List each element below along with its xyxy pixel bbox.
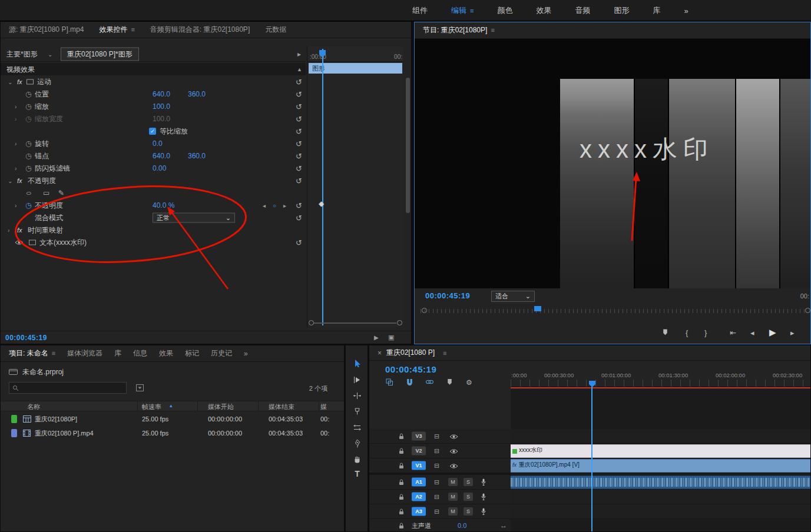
zoom-handle-right[interactable]	[805, 308, 810, 313]
stopwatch-icon-active[interactable]: ◷	[25, 201, 31, 210]
column-partial[interactable]: 媒	[320, 403, 327, 411]
program-playhead[interactable]	[534, 306, 541, 311]
reset-icon[interactable]: ↺	[296, 89, 302, 98]
sync-lock-icon[interactable]: ⊟	[434, 462, 439, 470]
twirl-closed-icon[interactable]: ›	[8, 227, 9, 233]
tab-media-browser[interactable]: 媒体浏览器	[67, 348, 102, 358]
step-back-icon[interactable]: ◂	[750, 328, 754, 337]
next-keyframe-icon[interactable]: ▸	[283, 202, 286, 208]
position-x-value[interactable]: 640.0	[153, 90, 170, 98]
mark-in-icon[interactable]: {	[686, 328, 688, 337]
tab-info[interactable]: 信息	[133, 348, 147, 358]
sync-lock-icon[interactable]: ⊟	[434, 478, 439, 486]
clip-selector[interactable]: 重庆02[1080 P]*图形	[61, 47, 139, 61]
tab-effect-controls[interactable]: 效果控件≡	[99, 25, 134, 35]
selection-tool[interactable]	[352, 358, 362, 368]
close-tab-icon[interactable]: ×	[378, 349, 382, 357]
timeline-ruler[interactable]: :00:00 00:00:30:00 00:01:00:00 00:01:30:…	[511, 372, 810, 388]
slip-tool[interactable]	[352, 423, 362, 433]
workspace-overflow-button[interactable]: »	[684, 6, 688, 15]
workspace-tab-edit[interactable]: 编辑≡	[451, 5, 474, 16]
keyframe-timeline-area[interactable]: :00:00 00: 图形 ◆	[307, 46, 403, 328]
solo-button[interactable]: S	[464, 493, 473, 501]
column-divider[interactable]	[197, 401, 198, 411]
type-tool[interactable]: T	[352, 469, 362, 479]
play-toggle-icon[interactable]: ▸	[297, 50, 301, 58]
stopwatch-icon[interactable]: ◷	[25, 152, 31, 160]
program-timecode[interactable]: 00:00:45:19	[425, 291, 470, 300]
panel-menu-icon[interactable]: ≡	[491, 26, 494, 34]
workspace-tab-components[interactable]: 组件	[412, 5, 428, 16]
add-marker-icon[interactable]	[446, 378, 453, 386]
tab-project[interactable]: 项目: 未命名≡	[9, 348, 55, 358]
snap-magnet-icon[interactable]	[406, 378, 413, 386]
sync-lock-icon[interactable]: ⊟	[434, 433, 439, 440]
sync-lock-icon[interactable]: ⊟	[434, 493, 439, 501]
column-divider[interactable]	[319, 401, 319, 411]
nest-icon[interactable]	[386, 378, 393, 386]
program-scrubber[interactable]	[415, 305, 810, 315]
keyframe-diamond[interactable]: ◆	[319, 200, 324, 208]
master-volume-value[interactable]: 0.0	[458, 522, 466, 529]
ruler-ticks[interactable]	[511, 380, 810, 387]
reset-icon[interactable]: ↺	[296, 176, 302, 185]
fit-icon[interactable]: ↔	[500, 521, 507, 530]
master-clip-selector[interactable]: 主要*图形	[6, 49, 38, 59]
lock-icon[interactable]	[399, 494, 404, 500]
lock-icon[interactable]	[399, 479, 404, 486]
twirl-closed-icon[interactable]: ›	[15, 140, 16, 147]
tab-program-monitor[interactable]: 节目: 重庆02[1080P]≡	[423, 25, 495, 35]
bin-icon[interactable]	[136, 384, 144, 391]
tab-metadata[interactable]: 元数据	[265, 25, 286, 35]
sync-lock-icon[interactable]: ⊟	[434, 447, 439, 455]
scale-value[interactable]: 100.0	[153, 102, 170, 111]
text-layer-label[interactable]: 文本(xxxx水印)	[39, 237, 87, 247]
uniform-scale-checkbox[interactable]: ✓	[149, 128, 156, 135]
table-row[interactable]: 重庆02[1080 P].mp4 25.00 fps 00:00:00:00 0…	[1, 426, 344, 440]
workspace-menu-icon[interactable]: ≡	[470, 7, 474, 14]
reset-icon[interactable]: ↺	[296, 102, 302, 111]
time-remap-label[interactable]: 时间重映射	[28, 225, 63, 235]
mic-icon[interactable]	[481, 478, 486, 486]
reset-icon[interactable]: ↺	[296, 151, 302, 160]
mute-button[interactable]: M	[448, 478, 458, 486]
twirl-open-icon[interactable]: ⌄	[8, 177, 12, 184]
tab-overflow-button[interactable]: »	[244, 350, 248, 358]
zoom-level-dropdown[interactable]: 适合 ⌄	[491, 291, 535, 302]
reset-icon[interactable]: ↺	[296, 77, 302, 86]
rotation-value[interactable]: 0.0	[153, 139, 163, 148]
collapse-section-icon[interactable]: ▲	[297, 66, 302, 72]
column-framerate[interactable]: 帧速率	[142, 403, 161, 411]
workspace-tab-effects[interactable]: 效果	[536, 5, 551, 16]
reset-icon[interactable]: ↺	[296, 127, 302, 135]
search-box[interactable]	[9, 382, 127, 394]
playhead-timecode[interactable]: 00:00:45:19	[5, 334, 47, 342]
workspace-tab-libraries[interactable]: 库	[653, 5, 660, 16]
column-divider[interactable]	[137, 401, 138, 411]
reset-icon[interactable]: ↺	[296, 201, 302, 210]
column-media-end[interactable]: 媒体结束	[269, 403, 294, 411]
blend-mode-dropdown[interactable]: 正常 ⌄	[153, 212, 235, 222]
twirl-closed-icon[interactable]: ›	[15, 103, 16, 109]
sync-lock-icon[interactable]: ⊟	[434, 508, 439, 516]
track-target-v3[interactable]: V3	[412, 432, 426, 441]
mark-out-icon[interactable]: }	[704, 328, 707, 337]
ellipse-mask-icon[interactable]: ○	[26, 189, 32, 197]
motion-label[interactable]: 运动	[37, 77, 51, 87]
reset-icon[interactable]: ↺	[296, 213, 302, 222]
track-target-a2[interactable]: A2	[412, 493, 426, 501]
chevron-down-icon[interactable]: ⌄	[48, 51, 52, 57]
stopwatch-icon[interactable]: ◷	[25, 102, 31, 111]
pen-mask-icon[interactable]: ✎	[58, 189, 64, 197]
playhead-line[interactable]	[322, 49, 323, 325]
tab-effects[interactable]: 效果	[159, 348, 173, 358]
zoom-handle-right[interactable]	[397, 320, 402, 325]
add-marker-icon[interactable]	[662, 329, 668, 337]
eye-icon[interactable]	[15, 240, 24, 245]
linked-selection-icon[interactable]	[425, 378, 434, 385]
play-button[interactable]: ▶	[769, 327, 776, 338]
play-around-icon[interactable]: ▶	[374, 334, 379, 341]
solo-button[interactable]: S	[464, 507, 473, 516]
anchor-x-value[interactable]: 640.0	[153, 152, 170, 160]
stopwatch-icon[interactable]: ◷	[25, 139, 31, 148]
